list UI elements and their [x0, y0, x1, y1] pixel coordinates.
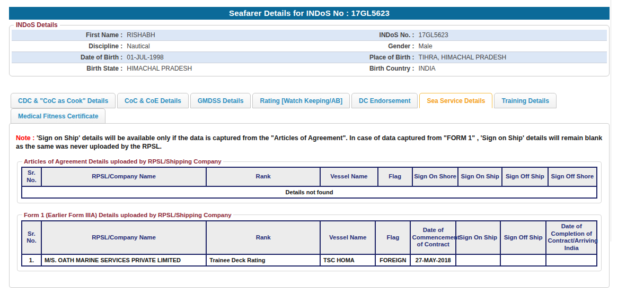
col-sr-no: Sr. No.: [22, 167, 41, 186]
col-sign-on-ship: Sign On Ship: [456, 221, 500, 254]
col-sign-on-shore: Sign On Shore: [412, 167, 458, 186]
col-company: RPSL/Company Name: [41, 167, 206, 186]
place-of-birth-value: TIHRA, HIMACHAL PRADESH: [417, 52, 607, 63]
tab-sea-service-details[interactable]: Sea Service Details: [419, 93, 492, 108]
details-not-found-message: Details not found: [22, 186, 597, 198]
discipline-label: Discipline :: [12, 41, 125, 52]
gender-value: Male: [417, 41, 607, 52]
indos-row: Birth State : HIMACHAL PRADESH Birth Cou…: [12, 63, 607, 74]
seafarer-details-page: Seafarer Details for INDoS No : 17GL5623…: [9, 7, 610, 288]
birth-country-label: Birth Country :: [297, 63, 417, 74]
cell-sign-on-ship: [456, 254, 500, 266]
form1-section: Form 1 (Earlier Form IIIA) Details uploa…: [17, 212, 602, 271]
cell-rank: Trainee Deck Rating: [206, 254, 320, 266]
details-tab-bar: CDC & "CoC as Cook" DetailsCoC & CoE Det…: [9, 92, 610, 123]
indos-no-value: 17GL5623: [417, 30, 607, 41]
dob-label: Date of Birth :: [12, 52, 125, 63]
note-label: Note :: [16, 134, 34, 142]
indos-row: Discipline : Nautical Gender : Male: [12, 41, 607, 52]
col-sign-off-shore: Sign Off Shore: [548, 167, 597, 186]
col-sign-off-ship: Sign Off Ship: [502, 167, 548, 186]
note-text: 'Sign on Ship' details will be available…: [16, 134, 602, 150]
place-of-birth-label: Place of Birth :: [297, 52, 417, 63]
cell-vessel: TSC HOMA: [320, 254, 375, 266]
indos-no-label: INDoS No. :: [297, 30, 417, 41]
cell-flag: FOREIGN: [375, 254, 410, 266]
birth-state-value: HIMACHAL PRADESH: [125, 63, 297, 74]
col-vessel: Vessel Name: [320, 167, 378, 186]
sea-service-panel: Note : 'Sign on Ship' details will be av…: [9, 123, 610, 288]
indos-details-section: INDoS Details First Name : RISHABH INDoS…: [9, 21, 610, 76]
tab-cdc-coc-as-cook[interactable]: CDC & "CoC as Cook" Details: [11, 93, 116, 108]
birth-country-value: INDIA: [417, 63, 607, 74]
empty-result-row: Details not found: [22, 186, 597, 198]
cell-date-commencement: 27-MAY-2018: [410, 254, 456, 266]
table-row: 1. M/S. OATH MARINE SERVICES PRIVATE LIM…: [22, 254, 597, 266]
form1-table: Sr. No. RPSL/Company Name Rank Vessel Na…: [21, 220, 597, 267]
indos-row: Date of Birth : 01-JUL-1998 Place of Bir…: [12, 52, 607, 63]
col-sr-no: Sr. No.: [22, 221, 41, 254]
col-rank: Rank: [206, 167, 320, 186]
tab-coc-coe[interactable]: CoC & CoE Details: [117, 93, 189, 108]
discipline-value: Nautical: [125, 41, 297, 52]
col-flag: Flag: [375, 221, 410, 254]
indos-details-grid: First Name : RISHABH INDoS No. : 17GL562…: [12, 30, 607, 74]
form1-legend: Form 1 (Earlier Form IIIA) Details uploa…: [22, 212, 233, 218]
first-name-label: First Name :: [12, 30, 125, 41]
window-edge-line: [611, 0, 611, 242]
col-date-commencement: Date of Commencement of Contract: [410, 221, 456, 254]
indos-row: First Name : RISHABH INDoS No. : 17GL562…: [12, 30, 607, 41]
articles-of-agreement-legend: Articles of Agreement Details uploaded b…: [22, 158, 223, 165]
col-vessel: Vessel Name: [320, 221, 375, 254]
table-header-row: Sr. No. RPSL/Company Name Rank Vessel Na…: [22, 221, 597, 254]
articles-of-agreement-table: Sr. No. RPSL/Company Name Rank Vessel Na…: [21, 167, 597, 199]
tab-training-details[interactable]: Training Details: [494, 93, 556, 108]
tab-medical-fitness[interactable]: Medical Fitness Certificate: [11, 108, 105, 124]
first-name-value: RISHABH: [125, 30, 297, 41]
page-title: Seafarer Details for INDoS No : 17GL5623: [9, 7, 610, 20]
col-company: RPSL/Company Name: [41, 221, 206, 254]
indos-details-legend: INDoS Details: [14, 21, 60, 29]
col-date-completion: Date of Completion of Contract/Arriving …: [546, 221, 597, 254]
dob-value: 01-JUL-1998: [125, 52, 297, 63]
cell-sr-no: 1.: [22, 254, 41, 266]
articles-of-agreement-section: Articles of Agreement Details uploaded b…: [17, 158, 602, 203]
gender-label: Gender :: [297, 41, 417, 52]
tab-dc-endorsement[interactable]: DC Endorsement: [351, 93, 418, 108]
col-rank: Rank: [206, 221, 320, 254]
tab-rating-watch-keeping[interactable]: Rating [Watch Keeping/AB]: [252, 93, 350, 108]
table-header-row: Sr. No. RPSL/Company Name Rank Vessel Na…: [22, 167, 597, 186]
col-sign-on-ship: Sign On Ship: [458, 167, 501, 186]
col-sign-off-ship: Sign Off Ship: [500, 221, 546, 254]
cell-sign-off-ship: [500, 254, 546, 266]
tab-gmdss[interactable]: GMDSS Details: [190, 93, 251, 108]
col-flag: Flag: [378, 167, 412, 186]
cell-date-completion: [546, 254, 597, 266]
cell-company: M/S. OATH MARINE SERVICES PRIVATE LIMITE…: [41, 254, 206, 266]
birth-state-label: Birth State :: [12, 63, 125, 74]
sign-on-ship-note: Note : 'Sign on Ship' details will be av…: [16, 134, 603, 151]
